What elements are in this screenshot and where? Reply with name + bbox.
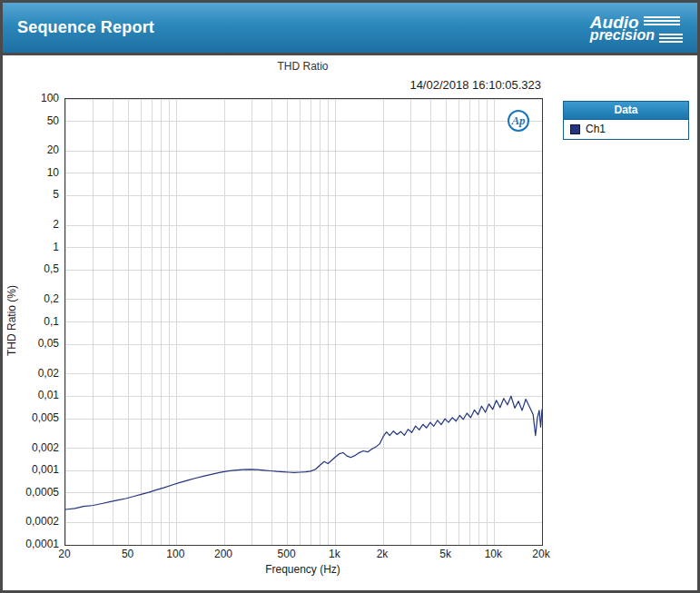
chart-region: THD Ratio 14/02/2018 16:10:05.323 THD Ra… [3, 55, 697, 588]
y-tick-label: 100 [3, 92, 59, 104]
y-tick-label: 0,2 [3, 292, 59, 305]
y-tick-label: 0,005 [3, 411, 59, 424]
plot-area: Ap [64, 98, 543, 546]
y-tick-label: 1 [3, 241, 59, 253]
chart-title: THD Ratio [64, 60, 541, 73]
brand-stripes-small-icon [659, 34, 683, 43]
report-header: Sequence Report Audio precision [3, 3, 697, 55]
x-tick-label: 100 [155, 548, 195, 560]
x-tick-label: 5k [426, 548, 466, 560]
sequence-report-window: Sequence Report Audio precision THD Rati… [0, 0, 700, 593]
y-tick-label: 0,02 [3, 367, 59, 380]
page-title: Sequence Report [17, 18, 154, 37]
x-tick-label: 10k [473, 548, 513, 560]
audio-precision-logo: Audio precision [590, 14, 683, 43]
y-tick-label: 0,05 [3, 337, 59, 350]
legend-swatch [570, 124, 580, 134]
x-tick-label: 50 [108, 548, 148, 560]
ap-logo-text: Ap [511, 114, 525, 128]
y-tick-label: 0,1 [3, 315, 59, 328]
y-tick-label: 0,0001 [3, 538, 59, 550]
brand-stripes-icon [644, 16, 680, 27]
legend-row: Ch1 [564, 120, 688, 139]
legend: Data Ch1 [563, 101, 689, 140]
brand-line-2: precision [590, 28, 655, 43]
y-tick-label: 20 [3, 143, 59, 156]
thd-curve-svg [65, 99, 542, 545]
legend-label: Ch1 [586, 123, 606, 135]
x-tick-label: 20k [521, 548, 561, 560]
y-tick-label: 0,001 [3, 463, 59, 476]
y-tick-label: 50 [3, 114, 59, 127]
y-tick-label: 0,0005 [3, 486, 59, 499]
legend-header: Data [564, 102, 688, 120]
y-tick-label: 0,002 [3, 441, 59, 454]
x-tick-label: 200 [203, 548, 243, 560]
y-tick-label: 2 [3, 218, 59, 231]
y-tick-label: 0,0002 [3, 515, 59, 528]
y-tick-label: 10 [3, 166, 59, 179]
y-tick-label: 0,01 [3, 389, 59, 401]
y-tick-label: 0,5 [3, 262, 59, 275]
x-tick-label: 500 [267, 548, 307, 560]
ap-logo-icon: Ap [508, 110, 529, 132]
x-tick-label: 2k [362, 548, 402, 560]
chart-timestamp: 14/02/2018 16:10:05.323 [64, 78, 541, 92]
y-tick-label: 5 [3, 188, 59, 201]
x-tick-label: 1k [314, 548, 354, 560]
x-axis-title: Frequency (Hz) [64, 563, 541, 576]
